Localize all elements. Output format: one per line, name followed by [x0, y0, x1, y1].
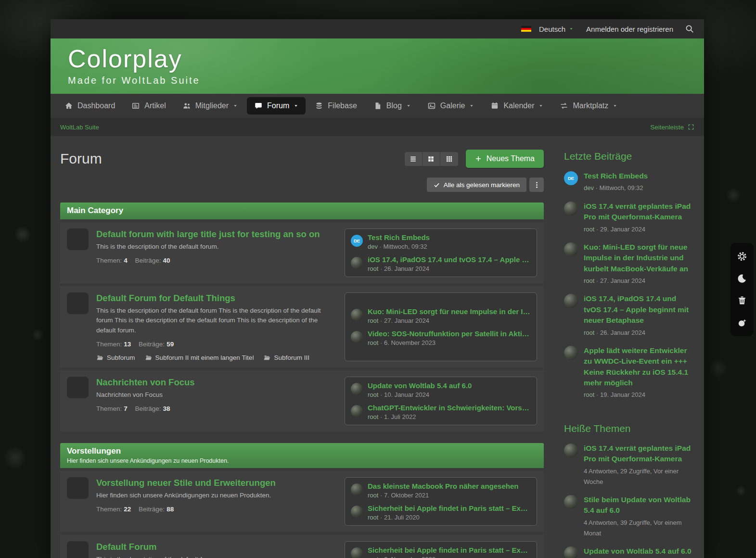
avatar-photo[interactable]	[351, 383, 363, 395]
language-selector[interactable]: Deutsch	[521, 25, 574, 33]
mark-read-button[interactable]: Alle als gelesen markieren	[427, 178, 526, 192]
search-icon[interactable]	[685, 24, 694, 34]
marketplace-icon	[560, 101, 568, 110]
post-title-link[interactable]: Kuo: Mini-LED sorgt für neue Impulse in …	[368, 307, 531, 316]
subforum-link[interactable]: Subforum II mit einem langen Titel	[145, 354, 254, 361]
post-author-link[interactable]: root	[368, 413, 378, 420]
forum-title-link[interactable]: Vorstellung neuer Stile und Erweiterunge…	[96, 478, 276, 488]
main-column: Forum Neues Thema	[60, 148, 544, 558]
compact-view-button[interactable]	[440, 152, 458, 166]
sidebar-item-title-link[interactable]: Kuo: Mini-LED sorgt für neue Impulse in …	[584, 242, 694, 274]
avatar-de[interactable]: DE	[564, 171, 578, 185]
forum-title-link[interactable]: Default forum with large title just for …	[96, 229, 320, 240]
post-meta: root · 10. Januar 2024	[368, 391, 531, 398]
breadcrumb-bar: WoltLab Suite Seitenleiste	[51, 118, 704, 136]
avatar-photo[interactable]	[351, 257, 363, 269]
sidebar-item-title-link[interactable]: Test Rich Embeds	[584, 171, 694, 181]
login-link[interactable]: Anmelden oder registrieren	[586, 25, 673, 33]
list-view-button[interactable]	[405, 152, 423, 166]
post-title-link[interactable]: Sicherheit bei Apple findet in Paris sta…	[368, 546, 531, 554]
forum-title-link[interactable]: Nachrichten von Focus	[96, 377, 195, 388]
post-author-link[interactable]: root	[368, 317, 378, 324]
post-title-link[interactable]: Das kleinste Macbook Pro näher angesehen	[368, 482, 531, 490]
avatar-photo[interactable]	[564, 294, 578, 308]
subforum-link[interactable]: Subforum	[96, 354, 135, 361]
sidebar-item-title-link[interactable]: iOS 17.4, iPadOS 17.4 und tvOS 17.4 – Ap…	[584, 293, 694, 326]
post-author-link[interactable]: root	[368, 339, 378, 346]
avatar-photo[interactable]	[564, 444, 578, 457]
home-icon	[64, 101, 73, 110]
avatar-de[interactable]: DE	[351, 235, 363, 247]
sidebar-item-title-link[interactable]: Apple lädt weitere Entwickler zu WWDC-Li…	[584, 345, 694, 389]
avatar-photo[interactable]	[564, 495, 578, 509]
avatar-photo[interactable]	[351, 506, 363, 518]
avatar-photo[interactable]	[564, 202, 578, 216]
post-author-link[interactable]: root	[368, 556, 378, 558]
sidebar-author-link[interactable]: root	[584, 226, 594, 233]
settings-icon[interactable]	[737, 251, 747, 262]
site-tagline: Made for WoltLab Suite	[68, 75, 704, 86]
nav-item-galerie[interactable]: Galerie	[420, 97, 482, 114]
grid-view-button[interactable]	[423, 152, 440, 166]
nav-item-blog[interactable]: Blog	[366, 97, 418, 114]
post-author-link[interactable]: root	[368, 391, 378, 398]
forum-status-box	[67, 292, 89, 314]
sidebar-item-title-link[interactable]: Stile beim Update von Woltlab 5.4 auf 6.…	[584, 495, 694, 516]
nav-item-dashboard[interactable]: Dashboard	[57, 97, 122, 114]
new-topic-button[interactable]: Neues Thema	[466, 150, 544, 168]
sidebar-author-link[interactable]: dev	[584, 184, 594, 191]
sidebar-list-item: Stile beim Update von Woltlab 5.4 auf 6.…	[564, 495, 694, 539]
nav-item-kalender[interactable]: Kalender	[483, 97, 551, 114]
forum-title-link[interactable]: Default Forum for Default Things	[96, 293, 235, 304]
avatar-photo[interactable]	[564, 242, 578, 256]
nav-item-label: Kalender	[503, 101, 534, 110]
nav-item-label: Artikel	[144, 101, 166, 110]
nav-item-label: Forum	[267, 101, 289, 110]
avatar-photo[interactable]	[351, 405, 363, 417]
sidebar-toggle[interactable]: Seitenleiste	[650, 124, 694, 131]
latest-posts-box: DE Test Rich Embeds dev · Mittwoch, 09:3…	[345, 228, 537, 277]
post-title-link[interactable]: Sicherheit bei Apple findet in Paris sta…	[368, 504, 531, 512]
sidebar-item-title-link[interactable]: iOS 17.4 verrät geplantes iPad Pro mit Q…	[584, 201, 694, 223]
avatar-photo[interactable]	[351, 483, 363, 495]
post-author-link[interactable]: root	[368, 492, 378, 499]
sidebar-section: Letzte Beiträge DE Test Rich Embeds dev …	[564, 151, 694, 401]
avatar-photo[interactable]	[351, 309, 363, 321]
sidebar-item-title-link[interactable]: iOS 17.4 verrät geplantes iPad Pro mit Q…	[584, 443, 694, 465]
sidebar-toggle-label: Seitenleiste	[650, 124, 684, 131]
sidebar-author-link[interactable]: root	[584, 329, 594, 336]
avatar-photo[interactable]	[564, 346, 578, 360]
dark-mode-icon[interactable]	[737, 273, 747, 284]
post-author-link[interactable]: dev	[368, 243, 378, 250]
post-title-link[interactable]: ChatGPT-Entwickler in Schwierigkeiten: V…	[368, 404, 531, 412]
nav-item-mitglieder[interactable]: Mitglieder	[175, 97, 245, 114]
more-options-button[interactable]	[529, 178, 544, 192]
sidebar-item-title-link[interactable]: Update von Woltlab 5.4 auf 6.0	[584, 546, 694, 557]
post-author-link[interactable]: root	[368, 514, 378, 521]
post-meta: root · 1. Juli 2022	[368, 413, 531, 420]
nav-item-forum[interactable]: Forum	[247, 97, 306, 114]
avatar-photo[interactable]	[564, 546, 578, 558]
forum-status-box	[67, 228, 89, 250]
gallery-icon	[427, 101, 436, 110]
post-title-link[interactable]: Update von Woltlab 5.4 auf 6.0	[368, 381, 531, 390]
forum-title-link[interactable]: Default Forum	[96, 542, 156, 552]
post-author-link[interactable]: root	[368, 265, 378, 272]
nav-item-marktplatz[interactable]: Marktplatz	[552, 97, 625, 114]
subforum-link[interactable]: Subforum III	[263, 354, 309, 361]
folder-open-icon	[72, 297, 84, 310]
sidebar-author-link[interactable]: root	[584, 277, 594, 284]
avatar-photo[interactable]	[351, 331, 363, 343]
sidebar-author-link[interactable]: root	[584, 391, 594, 398]
avatar-photo[interactable]	[351, 547, 363, 558]
style-changer-icon[interactable]	[737, 317, 747, 328]
site-logo[interactable]: Colorplay	[68, 46, 704, 71]
trash-icon[interactable]	[737, 295, 747, 306]
nav-item-artikel[interactable]: Artikel	[124, 97, 173, 114]
breadcrumb[interactable]: WoltLab Suite	[60, 124, 99, 131]
post-title-link[interactable]: Test Rich Embeds	[368, 233, 531, 241]
post-title-link[interactable]: Video: SOS-Notruffunktion per Satellit i…	[368, 330, 531, 338]
post-meta: root · 6. November 2023	[368, 556, 531, 558]
nav-item-filebase[interactable]: Filebase	[308, 97, 364, 114]
post-title-link[interactable]: iOS 17.4, iPadOS 17.4 und tvOS 17.4 – Ap…	[368, 255, 531, 264]
